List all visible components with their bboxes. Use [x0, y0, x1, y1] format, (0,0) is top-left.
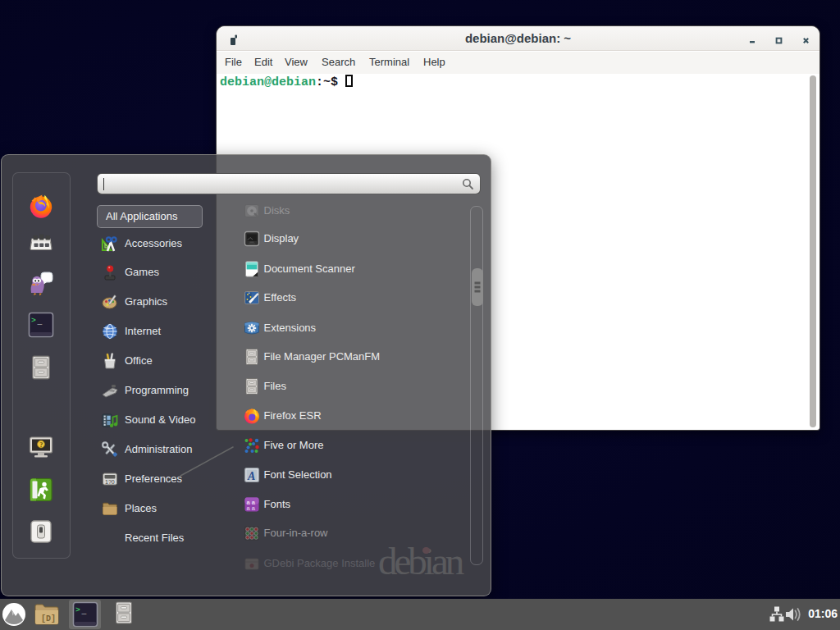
svg-text:A: A [247, 470, 255, 482]
svg-text:a a: a a [247, 504, 256, 512]
svg-text:1?0: 1?0 [105, 479, 115, 485]
svg-text:_: _ [81, 607, 87, 616]
svg-text:_: _ [37, 317, 43, 326]
svg-text:>: > [75, 605, 80, 614]
svg-text:[D]: [D] [41, 614, 56, 623]
svg-text:?: ? [39, 441, 43, 449]
svg-text:>: > [31, 316, 36, 325]
